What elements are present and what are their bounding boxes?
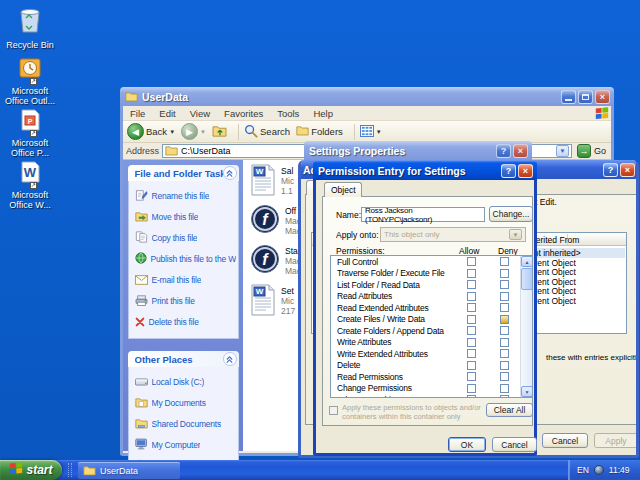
help-button[interactable]: ? bbox=[603, 163, 618, 177]
help-button[interactable]: ? bbox=[496, 144, 511, 158]
permission-row-full-control[interactable]: Full Control bbox=[331, 256, 532, 268]
close-button[interactable]: × bbox=[595, 90, 610, 104]
desktop-icon-word[interactable]: W↗Microsoft Office W... bbox=[4, 160, 56, 210]
allow-checkbox[interactable] bbox=[467, 349, 476, 358]
scroll-up-icon[interactable]: ▲ bbox=[521, 256, 533, 267]
menu-item-edit[interactable]: Edit bbox=[152, 108, 182, 119]
clock[interactable]: 11:49 bbox=[609, 465, 630, 475]
cancel-button[interactable]: Cancel bbox=[542, 433, 588, 448]
change-button[interactable]: Change... bbox=[489, 206, 533, 222]
deny-checkbox[interactable] bbox=[500, 303, 509, 312]
task-move-this-file[interactable]: Move this file bbox=[129, 206, 238, 227]
menu-item-file[interactable]: File bbox=[123, 108, 152, 119]
help-button[interactable]: ? bbox=[501, 164, 516, 178]
permission-row-list-folder-read-data[interactable]: List Folder / Read Data bbox=[331, 279, 532, 291]
panel-header[interactable]: Other Places bbox=[128, 351, 239, 367]
panel-header[interactable]: File and Folder Tasks bbox=[128, 165, 239, 181]
allow-checkbox[interactable] bbox=[467, 395, 476, 398]
permission-row-traverse-folder-execute-file[interactable]: Traverse Folder / Execute File bbox=[331, 268, 532, 280]
close-button[interactable]: × bbox=[513, 144, 528, 158]
allow-checkbox[interactable] bbox=[467, 280, 476, 289]
up-button[interactable] bbox=[212, 125, 227, 138]
permissions-list[interactable]: Full ControlTraverse Folder / Execute Fi… bbox=[330, 255, 533, 398]
apply-these-permissions-checkbox[interactable] bbox=[329, 406, 338, 415]
start-button[interactable]: start bbox=[0, 460, 62, 480]
permission-row-write-attributes[interactable]: Write Attributes bbox=[331, 337, 532, 349]
forward-button[interactable]: ▶ ▼ bbox=[181, 123, 206, 140]
deny-checkbox[interactable] bbox=[500, 384, 509, 393]
permission-row-take-ownership[interactable]: Take Ownership bbox=[331, 394, 532, 398]
allow-checkbox[interactable] bbox=[467, 303, 476, 312]
deny-checkbox[interactable] bbox=[500, 269, 509, 278]
clear-all-button[interactable]: Clear All bbox=[486, 403, 533, 417]
chevron-up-icon[interactable] bbox=[223, 352, 237, 366]
deny-checkbox[interactable] bbox=[500, 292, 509, 301]
taskbar-task-userdata[interactable]: UserData bbox=[78, 462, 180, 479]
allow-checkbox[interactable] bbox=[467, 384, 476, 393]
task-rename-this-file[interactable]: Rename this file bbox=[129, 185, 238, 206]
deny-checkbox[interactable] bbox=[500, 326, 509, 335]
chevron-up-icon[interactable] bbox=[223, 166, 237, 180]
tab-object[interactable]: Object bbox=[324, 182, 362, 197]
task-local-disk-c-[interactable]: Local Disk (C:) bbox=[129, 371, 238, 392]
minimize-button[interactable] bbox=[561, 90, 576, 104]
deny-checkbox[interactable] bbox=[500, 361, 509, 370]
task-e-mail-this-file[interactable]: E-mail this file bbox=[129, 269, 238, 290]
permission-row-delete[interactable]: Delete bbox=[331, 360, 532, 372]
allow-checkbox[interactable] bbox=[467, 292, 476, 301]
task-my-documents[interactable]: My Documents bbox=[129, 392, 238, 413]
cancel-button[interactable]: Cancel bbox=[492, 437, 537, 452]
desktop-icon-powerpoint[interactable]: P↗Microsoft Office P... bbox=[4, 108, 56, 158]
language-indicator[interactable]: EN bbox=[577, 465, 589, 475]
views-button[interactable]: ▼ bbox=[360, 125, 382, 139]
apply-button[interactable]: Apply bbox=[594, 433, 638, 448]
scroll-down-icon[interactable]: ▼ bbox=[521, 386, 533, 397]
scrollbar[interactable]: ▲ ▼ bbox=[520, 256, 532, 397]
deny-checkbox[interactable] bbox=[500, 338, 509, 347]
permission-row-change-permissions[interactable]: Change Permissions bbox=[331, 383, 532, 395]
menu-item-view[interactable]: View bbox=[183, 108, 217, 119]
allow-checkbox[interactable] bbox=[467, 372, 476, 381]
name-input[interactable]: Ross Jackson (TONYPC\jacksonr) bbox=[361, 207, 485, 222]
settings-titlebar[interactable]: Settings Properties ? × bbox=[304, 141, 532, 160]
back-dropdown-icon[interactable]: ▼ bbox=[169, 129, 175, 135]
scroll-thumb[interactable] bbox=[521, 268, 533, 290]
task-copy-this-file[interactable]: Copy this file bbox=[129, 227, 238, 248]
ok-button[interactable]: OK bbox=[448, 437, 486, 452]
task-my-computer[interactable]: My Computer bbox=[129, 434, 238, 455]
allow-checkbox[interactable] bbox=[467, 326, 476, 335]
menu-item-help[interactable]: Help bbox=[306, 108, 340, 119]
allow-checkbox[interactable] bbox=[467, 269, 476, 278]
permission-row-read-attributes[interactable]: Read Attributes bbox=[331, 291, 532, 303]
forward-dropdown-icon[interactable]: ▼ bbox=[200, 129, 206, 135]
allow-checkbox[interactable] bbox=[467, 315, 476, 324]
menu-item-tools[interactable]: Tools bbox=[270, 108, 306, 119]
menu-item-favorites[interactable]: Favorites bbox=[217, 108, 270, 119]
back-button[interactable]: ◀ Back ▼ bbox=[127, 123, 175, 140]
task-delete-this-file[interactable]: Delete this file bbox=[129, 311, 238, 332]
explorer-titlebar[interactable]: UserData × bbox=[120, 87, 614, 106]
deny-checkbox[interactable] bbox=[500, 349, 509, 358]
desktop-icon-recycle-bin[interactable]: Recycle Bin bbox=[4, 4, 56, 50]
task-print-this-file[interactable]: Print this file bbox=[129, 290, 238, 311]
permission-row-read-permissions[interactable]: Read Permissions bbox=[331, 371, 532, 383]
deny-checkbox[interactable] bbox=[500, 315, 509, 324]
permission-row-create-files-write-data[interactable]: Create Files / Write Data bbox=[331, 314, 532, 326]
tray-icon[interactable] bbox=[594, 465, 604, 475]
allow-checkbox[interactable] bbox=[467, 361, 476, 370]
maximize-button[interactable] bbox=[578, 90, 593, 104]
deny-checkbox[interactable] bbox=[500, 257, 509, 266]
allow-checkbox[interactable] bbox=[467, 257, 476, 266]
task-shared-documents[interactable]: Shared Documents bbox=[129, 413, 238, 434]
permission-row-read-extended-attributes[interactable]: Read Extended Attributes bbox=[331, 302, 532, 314]
apply-onto-combo[interactable]: This object only ▼ bbox=[380, 227, 526, 242]
task-publish-this-file-to-the-web[interactable]: Publish this file to the Web bbox=[129, 248, 238, 269]
go-button[interactable]: → Go bbox=[577, 144, 606, 158]
search-button[interactable]: Search bbox=[244, 124, 290, 140]
deny-checkbox[interactable] bbox=[500, 280, 509, 289]
views-dropdown-icon[interactable]: ▼ bbox=[376, 129, 382, 135]
address-dropdown-button[interactable]: ▼ bbox=[556, 145, 569, 157]
close-button[interactable]: × bbox=[518, 164, 533, 178]
permission-row-create-folders-append-data[interactable]: Create Folders / Append Data bbox=[331, 325, 532, 337]
permission-titlebar[interactable]: Permission Entry for Settings ? × bbox=[313, 161, 537, 180]
